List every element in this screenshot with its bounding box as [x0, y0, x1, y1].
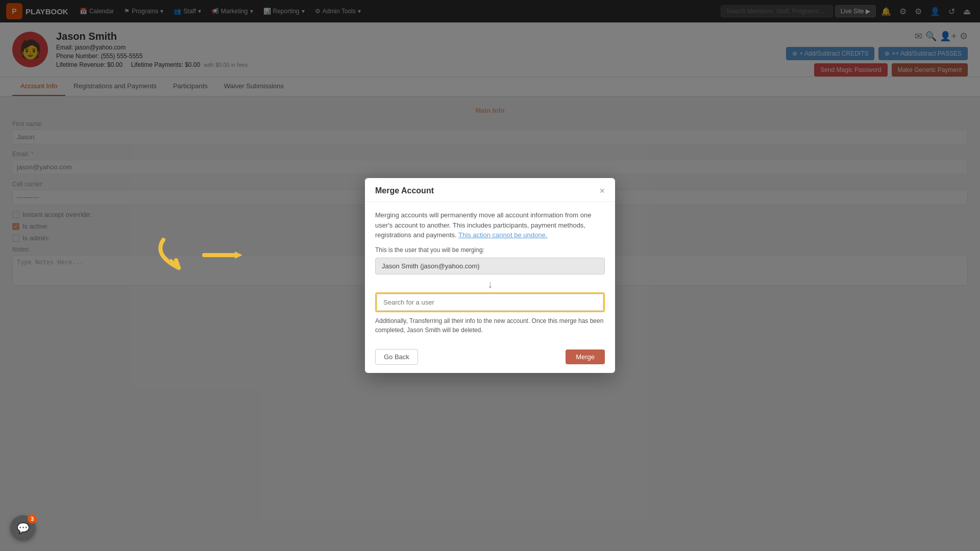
modal-header: Merge Account ×	[365, 178, 615, 202]
modal-body: Merging accounts will permanently move a…	[365, 202, 615, 304]
arrow-down-icon: ↓	[375, 279, 605, 290]
merge-account-modal: Merge Account × Merging accounts will pe…	[365, 178, 615, 304]
merging-label: This is the user that you will be mergin…	[375, 246, 605, 254]
modal-close-button[interactable]: ×	[599, 186, 605, 195]
modal-title: Merge Account	[375, 186, 434, 195]
merge-search-input[interactable]	[377, 294, 603, 304]
svg-marker-0	[235, 252, 242, 259]
modal-description: Merging accounts will permanently move a…	[375, 210, 605, 240]
search-input-wrapper	[375, 292, 605, 304]
merge-from-user: Jason Smith (jason@yahoo.com)	[375, 258, 605, 274]
arrow-svg	[148, 235, 250, 276]
undone-link[interactable]: This action cannot be undone.	[458, 231, 547, 239]
arrow-annotation	[148, 235, 250, 277]
modal-overlay: Merge Account × Merging accounts will pe…	[0, 0, 980, 304]
